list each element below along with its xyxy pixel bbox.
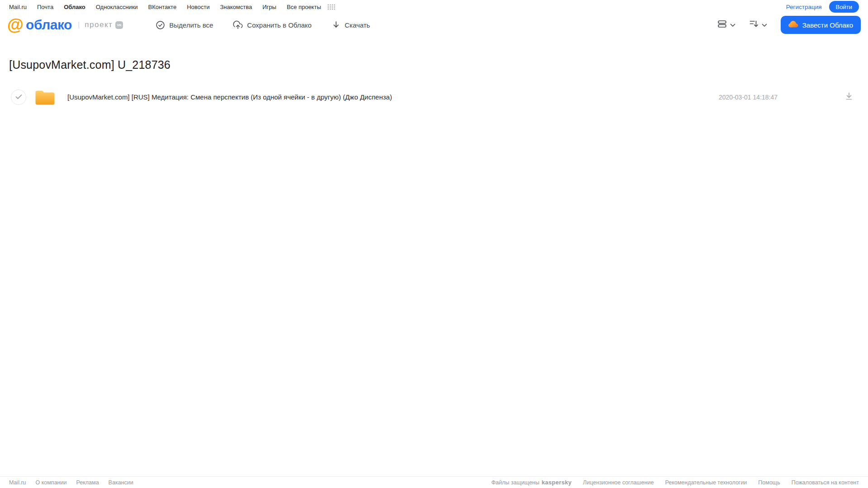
save-to-cloud-icon: [233, 20, 243, 30]
download-label: Скачать: [345, 21, 370, 29]
row-checkbox-icon: [15, 93, 22, 101]
sort-icon: [749, 19, 759, 30]
save-to-cloud-label: Сохранить в Облако: [247, 21, 312, 29]
download-icon: [332, 20, 341, 29]
project-label: проект: [85, 20, 113, 29]
portal-link-mailru[interactable]: Mail.ru: [9, 4, 27, 10]
portal-nav: Mail.ru Почта Облако Одноклассники ВКонт…: [0, 0, 868, 14]
portal-link-cloud[interactable]: Облако: [64, 4, 85, 10]
row-download-button[interactable]: [844, 92, 854, 102]
main-content: [UsupovMarket.com] U_218736: [0, 36, 868, 476]
row-download-icon: [844, 92, 854, 102]
toolbar: Выделить все Сохранить в Облако: [156, 20, 370, 30]
registration-link[interactable]: Регистрация: [786, 4, 822, 10]
portal-nav-auth: Регистрация Войти: [786, 1, 859, 13]
protected-by-text: Файлы защищены: [491, 479, 539, 486]
footer-link-license[interactable]: Лицензионное соглашение: [583, 479, 654, 486]
view-mode-icon: [717, 19, 727, 30]
file-name-link[interactable]: [UsupovMarket.com] [RUS] Медитация: Смен…: [67, 93, 392, 101]
select-all-button[interactable]: Выделить все: [156, 20, 213, 30]
mailru-at-icon: @: [7, 16, 24, 33]
footer-link-recommendations[interactable]: Рекомендательные технологии: [665, 479, 747, 486]
row-checkbox[interactable]: [11, 90, 26, 105]
page: Mail.ru Почта Облако Одноклассники ВКонт…: [0, 0, 868, 488]
protected-by: Файлы защищены kaspersky: [491, 479, 571, 486]
portal-link-all-projects[interactable]: Все проекты: [287, 4, 321, 10]
sort-dropdown[interactable]: [749, 19, 767, 30]
footer-link-report[interactable]: Пожаловаться на контент: [792, 479, 859, 486]
download-button[interactable]: Скачать: [332, 20, 370, 29]
portal-link-odnoklassniki[interactable]: Одноклассники: [96, 4, 138, 10]
portal-link-dating[interactable]: Знакомства: [220, 4, 252, 10]
portal-link-news[interactable]: Новости: [187, 4, 209, 10]
cloud-logo[interactable]: @ облако | проект VK: [7, 16, 123, 33]
chevron-down-icon: [762, 21, 767, 29]
logo-text: облако: [26, 17, 72, 33]
view-mode-dropdown[interactable]: [717, 19, 735, 30]
login-button[interactable]: Войти: [829, 1, 859, 13]
get-cloud-label: Завести Облако: [802, 21, 853, 29]
header: @ облако | проект VK Выделить все: [0, 14, 868, 36]
footer-link-mailru[interactable]: Mail.ru: [9, 479, 26, 486]
footer-left-links: Mail.ru О компании Реклама Вакансии: [9, 479, 133, 486]
footer-link-jobs[interactable]: Вакансии: [109, 479, 133, 486]
footer-right-links: Файлы защищены kaspersky Лицензионное со…: [491, 479, 859, 486]
chevron-down-icon: [730, 21, 735, 29]
portal-link-games[interactable]: Игры: [262, 4, 276, 10]
portal-link-vkontakte[interactable]: ВКонтакте: [148, 4, 177, 10]
footer: Mail.ru О компании Реклама Вакансии Файл…: [0, 476, 868, 488]
footer-link-help[interactable]: Помощь: [758, 479, 780, 486]
vk-badge-icon: VK: [115, 21, 123, 29]
select-all-label: Выделить все: [169, 21, 213, 29]
logo-divider: |: [78, 20, 80, 29]
get-cloud-icon: [788, 21, 798, 29]
file-date: 2020-03-01 14:18:47: [719, 94, 778, 101]
file-row[interactable]: [UsupovMarket.com] [RUS] Медитация: Смен…: [9, 85, 859, 109]
select-all-icon: [156, 20, 165, 30]
save-to-cloud-button[interactable]: Сохранить в Облако: [233, 20, 312, 30]
footer-link-about[interactable]: О компании: [36, 479, 67, 486]
all-projects-grid-icon[interactable]: [327, 4, 335, 10]
header-right: Завести Облако: [717, 16, 861, 34]
portal-link-mail[interactable]: Почта: [37, 4, 53, 10]
folder-icon[interactable]: [34, 88, 56, 106]
get-cloud-button[interactable]: Завести Облако: [781, 16, 861, 34]
page-title: [UsupovMarket.com] U_218736: [9, 58, 859, 71]
footer-link-ads[interactable]: Реклама: [76, 479, 99, 486]
kaspersky-logo[interactable]: kaspersky: [541, 479, 571, 486]
portal-nav-links: Mail.ru Почта Облако Одноклассники ВКонт…: [9, 4, 335, 10]
